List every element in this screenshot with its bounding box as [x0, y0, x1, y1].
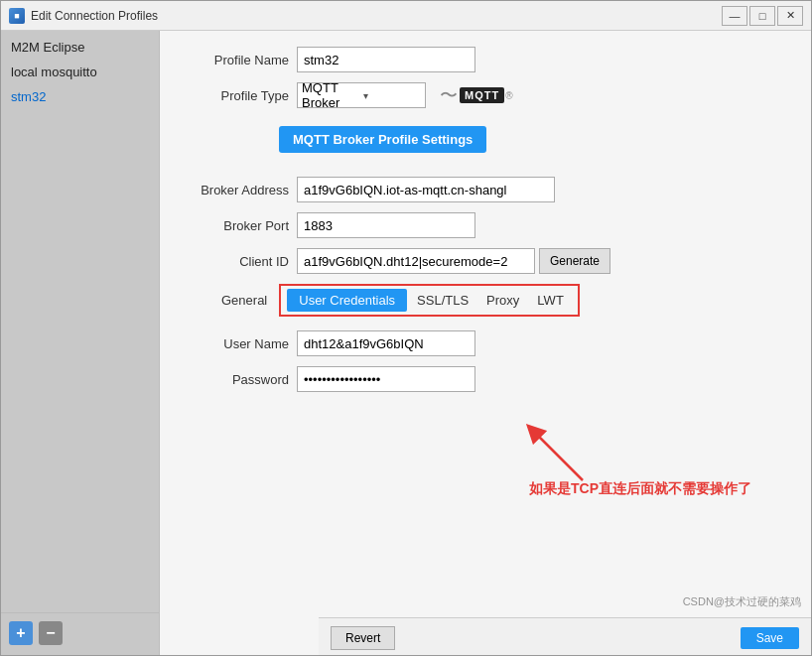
profile-type-label: Profile Type: [180, 88, 289, 103]
password-row: Password: [180, 366, 791, 392]
username-row: User Name: [180, 330, 791, 356]
remove-profile-button[interactable]: −: [39, 621, 63, 645]
minimize-button[interactable]: —: [722, 6, 747, 26]
watermark: CSDN@技术过硬的菜鸡: [683, 594, 801, 609]
tab-group: User Credentials SSL/TLS Proxy LWT: [279, 284, 580, 317]
generate-button[interactable]: Generate: [539, 248, 610, 274]
section-header-row: MQTT Broker Profile Settings: [180, 118, 791, 165]
username-input[interactable]: [297, 330, 475, 356]
annotation-arrow-icon: [513, 411, 593, 490]
annotation: 如果是TCP直连后面就不需要操作了: [529, 480, 751, 498]
save-button[interactable]: Save: [741, 627, 799, 649]
main-layout: M2M Eclipse local mosquitto stm32 + − Pr…: [1, 31, 811, 656]
broker-address-row: Broker Address: [180, 177, 791, 202]
title-bar: ■ Edit Connection Profiles — □ ✕: [1, 1, 811, 31]
broker-address-label: Broker Address: [180, 183, 289, 197]
revert-button[interactable]: Revert: [331, 626, 395, 650]
maximize-button[interactable]: □: [749, 6, 775, 26]
tab-lwt[interactable]: LWT: [529, 289, 571, 312]
profile-name-label: Profile Name: [180, 53, 289, 67]
profile-name-row: Profile Name: [180, 47, 791, 72]
profile-type-row: Profile Type MQTT Broker ▾ 〜 MQTT ®: [180, 82, 791, 108]
tabs-area: General User Credentials SSL/TLS Proxy L…: [209, 284, 791, 317]
profile-name-input[interactable]: [297, 47, 475, 72]
dropdown-arrow-icon: ▾: [363, 90, 421, 101]
tab-ssl-tls[interactable]: SSL/TLS: [409, 289, 476, 312]
sidebar-item-stm32[interactable]: stm32: [1, 84, 159, 109]
sidebar: M2M Eclipse local mosquitto stm32 + −: [1, 31, 160, 656]
add-profile-button[interactable]: +: [9, 621, 33, 645]
client-id-row: Client ID Generate: [180, 248, 791, 274]
bottom-bar: Revert Save: [319, 617, 811, 656]
window-title: Edit Connection Profiles: [31, 9, 722, 23]
sidebar-item-m2m[interactable]: M2M Eclipse: [1, 35, 159, 60]
mqtt-logo: 〜 MQTT ®: [440, 83, 513, 107]
window-controls: — □ ✕: [722, 6, 803, 26]
broker-address-input[interactable]: [297, 177, 555, 202]
broker-port-input[interactable]: [297, 212, 475, 238]
tab-proxy[interactable]: Proxy: [478, 289, 527, 312]
app-icon: ■: [9, 8, 25, 24]
tab-general[interactable]: General: [209, 288, 279, 313]
close-button[interactable]: ✕: [777, 6, 803, 26]
password-label: Password: [180, 372, 289, 387]
sidebar-item-local[interactable]: local mosquitto: [1, 60, 159, 84]
broker-port-row: Broker Port: [180, 212, 791, 238]
svg-line-1: [533, 431, 583, 480]
profile-type-select[interactable]: MQTT Broker ▾: [297, 82, 426, 108]
tab-user-credentials[interactable]: User Credentials: [287, 289, 407, 312]
mqtt-wave-icon: 〜: [440, 83, 458, 107]
client-id-label: Client ID: [180, 254, 289, 269]
client-id-input[interactable]: [297, 248, 535, 274]
password-input[interactable]: [297, 366, 475, 392]
broker-port-label: Broker Port: [180, 218, 289, 233]
sidebar-actions: + −: [1, 612, 159, 653]
section-header: MQTT Broker Profile Settings: [279, 126, 486, 153]
username-label: User Name: [180, 336, 289, 351]
content-area: Profile Name Profile Type MQTT Broker ▾ …: [160, 31, 811, 656]
